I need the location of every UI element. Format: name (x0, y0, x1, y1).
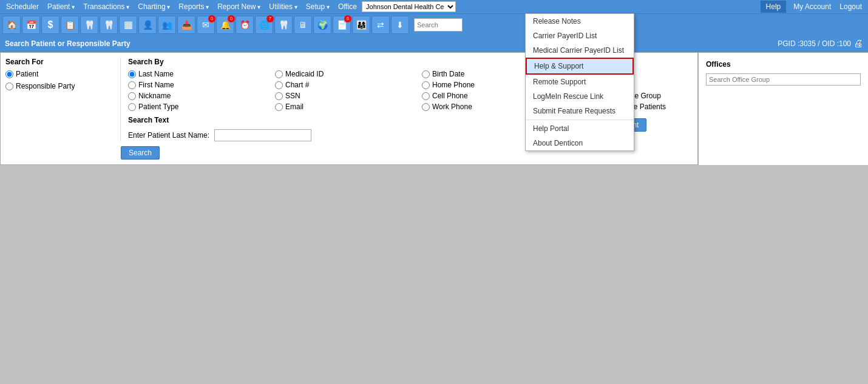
nav-patient[interactable]: Patient (44, 1, 78, 12)
search-by-label: Search By (128, 58, 564, 66)
radio-chart-input[interactable] (275, 81, 283, 89)
search-panel-header: Search Patient or Responsible Party PGID… (0, 35, 868, 52)
radio-medicaid-label: Medicaid ID (285, 70, 324, 78)
offices-search-input[interactable] (706, 73, 861, 86)
mail-icon[interactable]: ✉ 0 (197, 16, 215, 34)
nav-transactions[interactable]: Transactions (80, 1, 133, 12)
radio-email-label: Email (285, 103, 303, 111)
radio-patient-input[interactable] (5, 70, 13, 78)
calendar-icon[interactable]: 📅 (22, 16, 40, 34)
doc-badge: 6 (344, 15, 351, 22)
mail-badge: 0 (208, 15, 215, 22)
radio-responsible-input[interactable] (5, 83, 13, 90)
radio-chart-label: Chart # (285, 81, 309, 89)
radio-responsible[interactable]: Responsible Party (5, 82, 115, 90)
radio-nickname[interactable]: Nickname (128, 92, 270, 100)
radio-patient-type[interactable]: Patient Type (128, 103, 270, 111)
doc-icon[interactable]: 📄 6 (333, 16, 351, 34)
radio-last-name-input[interactable] (128, 70, 136, 78)
clipboard-icon[interactable]: 📋 (61, 16, 79, 34)
clock-icon[interactable]: ⏰ (236, 16, 254, 34)
radio-email[interactable]: Email (275, 103, 417, 111)
menu-remote-support[interactable]: Remote Support (526, 75, 634, 89)
radio-responsible-label: Responsible Party (16, 82, 75, 90)
tooth2-icon[interactable]: 🦷 (100, 16, 118, 34)
top-nav-bar: Scheduler Patient Transactions Charting … (0, 0, 868, 13)
inbox-icon[interactable]: 📥 (177, 16, 195, 34)
patient-last-name-input[interactable] (214, 129, 311, 141)
menu-divider (526, 120, 634, 120)
search-button[interactable]: Search (121, 146, 160, 160)
radio-work-phone-input[interactable] (422, 103, 430, 111)
nav-utilities[interactable]: Utilities (265, 1, 300, 12)
menu-help-support[interactable]: Help & Support (526, 58, 634, 75)
tooth3-icon[interactable]: 🦷 (274, 16, 293, 34)
radio-chart[interactable]: Chart # (275, 81, 417, 89)
home-icon[interactable]: 🏠 (2, 16, 21, 34)
menu-about-denticon[interactable]: About Denticon (526, 136, 634, 150)
menu-help-portal[interactable]: Help Portal (526, 121, 634, 136)
enter-patient-label: Enter Patient Last Name: (128, 131, 209, 140)
search-for-label: Search For (5, 58, 115, 66)
grid-icon[interactable]: ▦ (119, 16, 137, 34)
radio-patient[interactable]: Patient (5, 70, 115, 78)
group-icon[interactable]: 👨‍👩‍👧 (352, 16, 370, 34)
radio-patient-type-input[interactable] (128, 103, 136, 111)
nav-reports[interactable]: Reports (175, 1, 212, 12)
radio-cell-phone-label: Cell Phone (432, 92, 468, 100)
search-for-group: Patient Responsible Party (5, 70, 115, 90)
nav-logout[interactable]: Logout (836, 1, 866, 12)
search-panel-title: Search Patient or Responsible Party (5, 39, 131, 48)
radio-nickname-input[interactable] (128, 92, 136, 100)
people-icon[interactable]: 👥 (158, 16, 176, 34)
radio-medicaid[interactable]: Medicaid ID (275, 70, 417, 78)
radio-last-name-label: Last Name (138, 70, 174, 78)
radio-cell-phone-input[interactable] (422, 92, 430, 100)
radio-first-name[interactable]: First Name (128, 81, 270, 89)
radio-birth-date-input[interactable] (422, 70, 430, 78)
radio-birth-date-label: Birth Date (432, 70, 464, 78)
radio-nickname-label: Nickname (138, 92, 171, 100)
radio-home-phone-label: Home Phone (432, 81, 475, 89)
nav-office-label: Office (334, 1, 361, 12)
menu-carrier-payer[interactable]: Carrier PayerID List (526, 29, 634, 43)
dollar-icon[interactable]: $ (41, 16, 59, 34)
radio-ssn-input[interactable] (275, 92, 283, 100)
globe-icon[interactable]: 🌐 7 (255, 16, 273, 34)
globe-badge: 7 (266, 15, 274, 22)
search-text-row: Enter Patient Last Name: (128, 129, 564, 141)
menu-logmein[interactable]: LogMeIn Rescue Link (526, 89, 634, 104)
transfer-icon[interactable]: ⇄ (371, 16, 390, 34)
print-icon[interactable]: 🖨 (853, 38, 863, 49)
help-button[interactable]: Help (761, 1, 787, 13)
nav-scheduler[interactable]: Scheduler (2, 1, 42, 12)
toolbar-search-input[interactable] (414, 18, 463, 32)
icon-toolbar: 🏠 📅 $ 📋 🦷 🦷 ▦ 👤 👥 📥 ✉ 0 🔔 0 ⏰ 🌐 7 🦷 🖥 🌍 … (0, 13, 868, 35)
radio-last-name[interactable]: Last Name (128, 70, 270, 78)
nav-setup[interactable]: Setup (302, 1, 333, 12)
person-add-icon[interactable]: 👤 (138, 16, 157, 34)
radio-medicaid-input[interactable] (275, 70, 283, 78)
search-panel: Search Patient or Responsible Party PGID… (0, 35, 868, 165)
office-selector[interactable]: Johnson Dental Health Ce (362, 1, 456, 12)
bell-icon[interactable]: 🔔 0 (216, 16, 234, 34)
nav-my-account[interactable]: My Account (790, 1, 835, 12)
help-dropdown-menu: Release Notes Carrier PayerID List Medic… (525, 13, 634, 151)
world-icon[interactable]: 🌍 (313, 16, 331, 34)
down-arrow-icon[interactable]: ⬇ (391, 16, 409, 34)
pgid-text: PGID :3035 / OID :100 🖨 (778, 38, 863, 49)
monitor-icon[interactable]: 🖥 (294, 16, 312, 34)
radio-home-phone-input[interactable] (422, 81, 430, 89)
menu-release-notes[interactable]: Release Notes (526, 14, 634, 29)
radio-ssn[interactable]: SSN (275, 92, 417, 100)
radio-first-name-input[interactable] (128, 81, 136, 89)
nav-charting[interactable]: Charting (134, 1, 174, 12)
search-text-label: Search Text (128, 116, 564, 124)
tooth1-icon[interactable]: 🦷 (80, 16, 98, 34)
nav-report-new[interactable]: Report New (214, 1, 264, 12)
menu-submit-feature[interactable]: Submit Feature Requests (526, 104, 634, 118)
radio-email-input[interactable] (275, 103, 283, 111)
menu-medical-carrier[interactable]: Medical Carrier PayerID List (526, 43, 634, 58)
radio-ssn-label: SSN (285, 92, 300, 100)
radio-first-name-label: First Name (138, 81, 174, 89)
